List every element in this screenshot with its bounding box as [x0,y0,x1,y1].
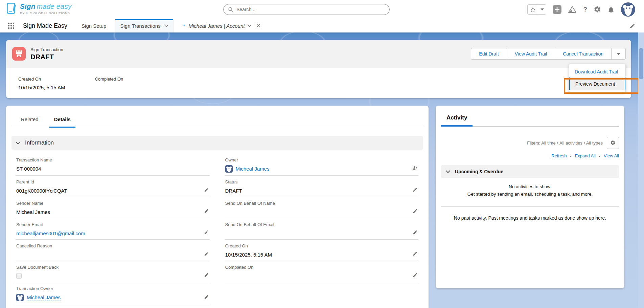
view-all-link[interactable]: View All [604,153,619,158]
information-section-header[interactable]: Information [12,136,423,150]
field-owner: Owner Micheal James [225,154,419,176]
edit-transaction-owner-icon[interactable] [204,294,209,300]
field-sender-email: Sender Email michealljames001@gmail.com [16,218,210,240]
record-name: DRAFT [30,53,63,61]
record-actions-dropdown-menu: Download Audit Trail Preview Document [569,64,626,92]
help-icon[interactable]: ? [583,6,587,13]
sign-made-easy-logo-icon [7,3,17,15]
owner-avatar-icon [225,165,233,173]
download-audit-trail-menu-item[interactable]: Download Audit Trail [569,66,625,78]
tab-activity[interactable]: Activity [441,114,473,127]
more-actions-caret-button[interactable] [612,48,626,60]
field-save-document-back: Save Document Back [16,261,210,282]
edit-send-on-behalf-of-email-icon[interactable] [413,230,418,235]
record-detail-card: Related Details Information Transaction … [6,106,429,308]
close-tab-icon[interactable] [256,24,260,28]
field-status: Status DRAFT [225,176,419,197]
field-created-on: Created On 10/15/2025, 5:15 AM [225,240,419,261]
app-name: Sign Made Easy [23,22,67,29]
record-object-label: Sign Transaction [30,47,63,52]
view-audit-trail-button[interactable]: View Audit Trail [507,48,555,60]
edit-created-on-icon[interactable] [413,251,418,256]
favorites-caret-button[interactable] [538,5,546,14]
app-logo: Signmade easy BY HIC GLOBAL SOLUTIONS [7,3,71,15]
transaction-owner-avatar-icon [16,294,24,301]
chevron-down-icon[interactable] [164,24,168,27]
chevron-down-icon[interactable] [446,170,450,173]
field-file-name: File Name [16,304,210,308]
trailhead-icon[interactable] [568,5,577,14]
field-send-on-behalf-of-name: Send On Behalf Of Name [225,197,419,218]
notifications-bell-icon[interactable] [607,6,615,13]
scrollbar-thumb[interactable] [639,48,643,79]
field-completed-on: Completed On [225,261,419,282]
preview-document-menu-item[interactable]: Preview Document [569,78,625,90]
tab-sign-setup[interactable]: Sign Setup [77,19,111,32]
field-send-on-behalf-of-email: Send On Behalf Of Email [225,218,419,240]
cancel-transaction-button[interactable]: Cancel Transaction [555,48,612,60]
edit-status-icon[interactable] [413,187,418,192]
edit-sender-name-icon[interactable] [204,208,209,214]
search-input[interactable] [236,7,385,12]
field-cancelled-reason: Cancelled Reason [16,240,210,261]
edit-draft-button[interactable]: Edit Draft [471,48,507,60]
tab-details[interactable]: Details [49,116,75,127]
sign-transaction-record-icon [12,47,26,61]
tab-sign-transactions[interactable]: Sign Transactions [115,19,173,32]
header-utilities: ? [527,0,635,19]
section-title: Information [25,139,54,146]
field-transaction-name: Transaction Name ST-000004 [16,154,210,176]
chevron-down-icon[interactable] [247,24,252,27]
logo-title: Signmade easy [20,2,71,10]
refresh-link[interactable]: Refresh [551,153,567,158]
app-nav-bar: Sign Made Easy Sign Setup Sign Transacti… [0,19,644,32]
edit-parent-id-icon[interactable] [204,187,209,192]
user-avatar[interactable] [621,2,635,17]
favorites-star-button[interactable] [528,5,538,14]
no-activities-message: No activities to show. Get started by se… [436,184,624,197]
page-scrollbar[interactable] [638,32,644,308]
record-highlights-panel: Sign Transaction DRAFT Edit Draft View A… [6,40,631,98]
edit-save-document-back-icon[interactable] [204,272,209,278]
favorites-split-button [527,4,546,15]
owner-link[interactable]: Micheal James [236,166,270,172]
edit-cancelled-reason-icon[interactable] [204,251,209,256]
no-past-activity-message: No past activity. Past meetings and task… [442,215,618,221]
field-transaction-owner: Transaction Owner Micheal James [16,282,210,304]
logo-tagline: BY HIC GLOBAL SOLUTIONS [20,11,71,15]
app-launcher-icon[interactable] [7,22,15,29]
search-icon [228,7,233,12]
global-header: Signmade easy BY HIC GLOBAL SOLUTIONS ? [0,0,644,19]
tab-record-micheal-james-account[interactable]: * Micheal James | Account [178,19,266,32]
global-actions-plus-icon[interactable] [553,5,561,14]
activity-filters-summary: Filters: All time • All activities • All… [527,140,603,146]
field-parent-id: Parent Id 001gK00000IYciCQAT [16,176,210,197]
activity-panel: Activity Filters: All time • All activit… [436,106,624,288]
edit-send-on-behalf-of-name-icon[interactable] [413,208,418,214]
edit-completed-on-icon[interactable] [413,272,418,278]
setup-gear-icon[interactable] [594,6,601,13]
unsaved-marker: * [183,23,185,29]
chevron-down-icon[interactable] [16,141,20,144]
field-grid: Transaction Name ST-000004 Owner Micheal… [16,154,418,308]
divider [441,206,619,206]
edit-page-pencil-icon[interactable] [629,23,635,29]
transaction-owner-link[interactable]: Micheal James [27,294,61,301]
edit-sender-email-icon[interactable] [204,230,209,235]
separator-dot: • [599,154,600,158]
tab-related[interactable]: Related [16,116,43,127]
field-sender-name: Sender Name Micheal James [16,197,210,218]
record-action-buttons: Edit Draft View Audit Trail Cancel Trans… [471,48,626,60]
sender-email-link[interactable]: michealljames001@gmail.com [16,230,85,236]
global-search[interactable] [223,4,390,15]
separator-dot: • [570,154,572,158]
save-document-back-checkbox[interactable] [16,273,22,279]
upcoming-overdue-section-header[interactable]: Upcoming & Overdue [441,165,619,178]
highlight-field-created-on: Created On 10/15/2025, 5:15 AM [18,76,65,98]
activity-settings-gear-icon[interactable] [607,137,619,149]
highlight-field-completed-on: Completed On [95,76,123,98]
change-owner-icon[interactable] [412,165,418,171]
expand-all-link[interactable]: Expand All [575,153,595,158]
